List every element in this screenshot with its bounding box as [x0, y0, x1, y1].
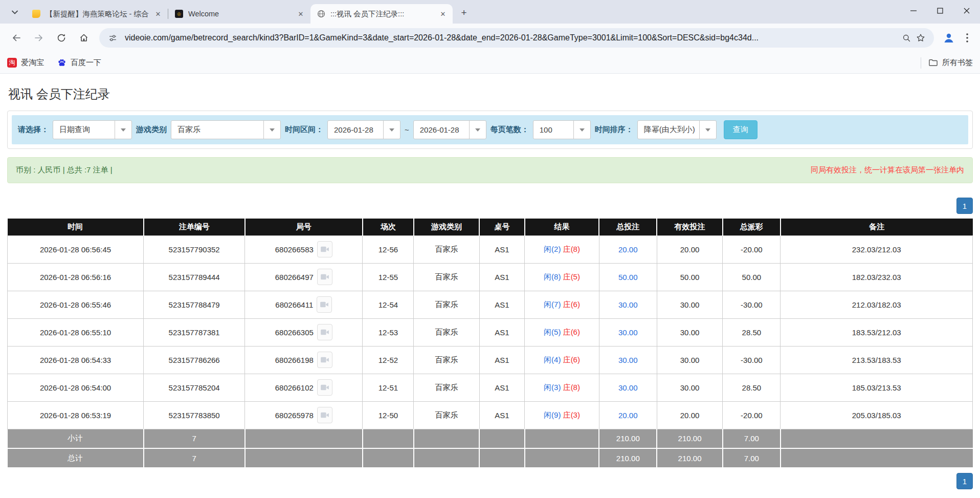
query-type-select[interactable]: 日期查询: [53, 120, 132, 139]
cell-round-id: 680266411: [245, 291, 363, 318]
sum-empty: [525, 448, 599, 468]
video-replay-button[interactable]: [317, 269, 332, 285]
chevron-down-icon[interactable]: [573, 121, 590, 139]
date-start-select[interactable]: 2026-01-28: [327, 120, 400, 139]
video-replay-button[interactable]: [317, 324, 332, 340]
bookmark-star-icon[interactable]: [914, 31, 928, 45]
cell-valid-bet: 30.00: [657, 291, 722, 318]
per-page-select[interactable]: 100: [533, 120, 591, 139]
home-icon[interactable]: [75, 29, 93, 47]
total-bet-link[interactable]: 30.00: [618, 300, 638, 309]
total-bet-link[interactable]: 20.00: [618, 245, 638, 254]
back-icon[interactable]: [7, 29, 26, 47]
sum-note-empty: [781, 429, 973, 448]
chevron-down-icon[interactable]: [699, 121, 716, 139]
result-banker: 庄(6): [563, 300, 580, 309]
all-bookmarks-button[interactable]: 所有书签: [928, 58, 973, 68]
sum-payout: 7.00: [723, 448, 781, 468]
filter-bar: 请选择： 日期查询 游戏类别 百家乐 时间区间： 2026-01-28 ~ 20…: [12, 115, 968, 144]
new-tab-button[interactable]: +: [457, 6, 471, 20]
bookmark-item[interactable]: 淘爱淘宝: [7, 58, 44, 68]
round-id-text: 680266198: [275, 356, 314, 364]
notice-text: 同局有效投注，统一计算在该局第一张注单内: [811, 165, 964, 175]
column-header: 总投注: [599, 219, 657, 235]
total-bet-link[interactable]: 20.00: [618, 411, 638, 420]
table-row: 2026-01-28 06:55:10523157787381680266305…: [8, 318, 973, 346]
sum-count: 7: [144, 429, 245, 448]
cell-payout: 28.50: [723, 318, 781, 346]
chevron-down-icon[interactable]: [469, 121, 486, 139]
result-player: 闲(4): [544, 355, 561, 364]
subtotal-row: 小计7210.00210.007.00: [8, 429, 973, 448]
tab-close-icon[interactable]: ✕: [153, 9, 163, 18]
total-bet-link[interactable]: 30.00: [618, 356, 638, 364]
video-replay-button[interactable]: [317, 296, 332, 313]
tab-title: 【新提醒】海燕策略论坛 - 综合: [46, 9, 153, 19]
sum-label: 小计: [8, 429, 144, 448]
browser-tab[interactable]: :::视讯 会员下注纪录:::✕: [310, 4, 453, 24]
bookmark-item[interactable]: 百度一下: [57, 58, 101, 68]
search-button[interactable]: 查询: [724, 120, 758, 139]
video-replay-button[interactable]: [317, 379, 332, 396]
browser-menu-icon[interactable]: [960, 29, 975, 47]
cell-valid-bet: 30.00: [657, 318, 722, 346]
tab-close-icon[interactable]: ✕: [438, 9, 448, 18]
time-sort-select[interactable]: 降幂(由大到小): [637, 120, 717, 139]
zoom-page-icon[interactable]: [899, 31, 914, 45]
summary-info-bar: 币别 : 人民币 | 总共 :7 注单 | 同局有效投注，统一计算在该局第一张注…: [7, 157, 973, 183]
column-header: 游戏类别: [414, 219, 479, 235]
bet-table-body: 2026-01-28 06:56:45523157790352680266583…: [8, 235, 973, 468]
game-category-select[interactable]: 百家乐: [171, 120, 281, 139]
video-replay-button[interactable]: [317, 352, 332, 368]
column-header: 结果: [525, 219, 599, 235]
browser-tab[interactable]: ♔Welcome✕: [168, 4, 310, 24]
cell-note: 185.03/213.53: [781, 374, 973, 401]
page-number-button[interactable]: 1: [956, 198, 973, 214]
cell-total-bet: 30.00: [599, 291, 657, 318]
result-banker: 庄(6): [563, 328, 580, 336]
result-player: 闲(9): [544, 410, 561, 419]
site-settings-icon[interactable]: [105, 31, 120, 45]
chevron-down-icon[interactable]: [263, 121, 280, 139]
column-header: 注单编号: [144, 219, 245, 235]
result-player: 闲(2): [544, 245, 561, 253]
taobao-icon: 淘: [7, 58, 17, 68]
cell-round-id: 680266583: [245, 235, 363, 263]
video-replay-button[interactable]: [317, 241, 332, 257]
profile-avatar[interactable]: [940, 29, 957, 47]
pagination-top: 1: [7, 198, 973, 214]
chevron-down-icon[interactable]: [115, 121, 131, 139]
window-controls: [900, 0, 980, 21]
maximize-button[interactable]: [927, 0, 953, 21]
currency-summary-text: 币别 : 人民币 | 总共 :7 注单 |: [16, 165, 113, 175]
address-bar[interactable]: videoie.com/game/betrecord_search/kind3?…: [99, 28, 934, 48]
chevron-down-icon[interactable]: [383, 121, 400, 139]
round-id-text: 680266102: [275, 383, 314, 392]
total-bet-link[interactable]: 30.00: [618, 383, 638, 392]
cell-payout: -30.00: [723, 346, 781, 374]
minimize-button[interactable]: [900, 0, 927, 21]
close-window-button[interactable]: [953, 0, 980, 21]
tab-strip: 【新提醒】海燕策略论坛 - 综合✕♔Welcome✕:::视讯 会员下注纪录::…: [0, 0, 980, 24]
refresh-icon[interactable]: [52, 29, 71, 47]
cell-game: 百家乐: [414, 318, 479, 346]
round-id-text: 680266305: [275, 328, 314, 337]
table-row: 2026-01-28 06:53:19523157783850680265978…: [8, 401, 973, 429]
forward-icon[interactable]: [30, 29, 48, 47]
page-number-button[interactable]: 1: [956, 473, 973, 489]
cell-session: 12-53: [363, 318, 414, 346]
sum-label: 总计: [8, 448, 144, 468]
cell-bet-id: 523157790352: [144, 235, 245, 263]
cell-time: 2026-01-28 06:54:00: [8, 374, 144, 401]
round-id-text: 680265978: [275, 411, 314, 420]
total-bet-link[interactable]: 50.00: [618, 273, 638, 282]
browser-tab[interactable]: 【新提醒】海燕策略论坛 - 综合✕: [26, 4, 168, 24]
tab-close-icon[interactable]: ✕: [296, 9, 305, 18]
video-replay-button[interactable]: [317, 407, 332, 423]
url-text[interactable]: videoie.com/game/betrecord_search/kind3?…: [125, 33, 899, 42]
column-header: 备注: [781, 219, 973, 235]
tab-search-button[interactable]: [7, 5, 23, 20]
total-bet-link[interactable]: 30.00: [618, 328, 638, 337]
cell-session: 12-51: [363, 374, 414, 401]
date-end-select[interactable]: 2026-01-28: [413, 120, 486, 139]
